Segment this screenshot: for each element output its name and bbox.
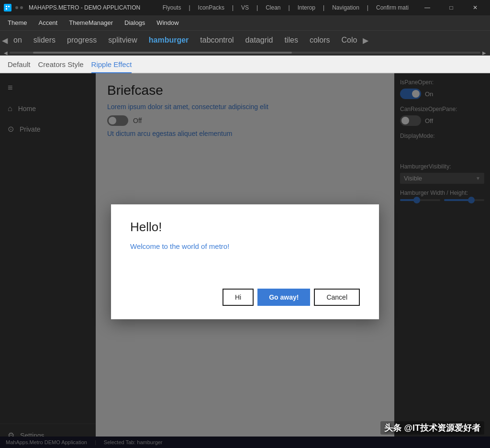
window-controls: — □ ✕: [416, 0, 486, 15]
tab-splitview[interactable]: splitview: [108, 36, 137, 45]
svg-rect-0: [5, 5, 11, 11]
dialog: Hello! Welcome to the world of metro! Hi…: [111, 204, 379, 319]
menu-dialogs[interactable]: Dialogs: [122, 18, 147, 27]
nav-clean[interactable]: Clean: [266, 4, 280, 11]
nav-vs[interactable]: VS: [241, 4, 249, 11]
nav-separator5: |: [323, 4, 324, 11]
nav-separator2: |: [232, 4, 234, 11]
scroll-right-arrow[interactable]: ▶: [361, 36, 370, 45]
go-away-button[interactable]: Go away!: [257, 289, 310, 306]
tab-on[interactable]: on: [13, 36, 22, 45]
watermark: 头条 @IT技术资源爱好者: [380, 421, 484, 435]
h-scroll-track[interactable]: [10, 52, 480, 54]
main-wrapper: ≡ ⌂ Home ⊙ Private ⚙ Settings Briefcase …: [0, 73, 490, 448]
svg-rect-1: [6, 6, 7, 7]
scroll-tabs-inner: on sliders progress splitview hamburger …: [10, 36, 361, 45]
nav-separator1: |: [189, 4, 190, 11]
menu-thememanager[interactable]: ThemeManager: [67, 18, 115, 27]
dialog-overlay[interactable]: Hello! Welcome to the world of metro! Hi…: [0, 73, 490, 448]
nav-separator3: |: [256, 4, 258, 11]
dialog-message: Welcome to the world of metro!: [130, 242, 360, 269]
title-nav: Flyouts | IconPacks | VS | Clean | Inter…: [163, 4, 409, 11]
window-title: MAHAPPS.METRO - DEMO APPLICATION: [29, 4, 159, 11]
horizontal-scroll-area: ◀ on sliders progress splitview hamburge…: [0, 31, 490, 56]
tab-colo[interactable]: Colo: [342, 36, 357, 45]
tab-tabcontrol[interactable]: tabcontrol: [200, 36, 234, 45]
tab-datagrid[interactable]: datagrid: [245, 36, 273, 45]
menu-bar: Theme Accent ThemeManager Dialogs Window: [0, 15, 490, 31]
tab-colors[interactable]: colors: [310, 36, 330, 45]
scroll-left-arrow[interactable]: ◀: [0, 36, 10, 45]
title-bar: MAHAPPS.METRO - DEMO APPLICATION Flyouts…: [0, 0, 490, 15]
cancel-button[interactable]: Cancel: [314, 289, 360, 306]
scrollbar-row: ◀ ▶: [0, 50, 490, 56]
hi-button[interactable]: Hi: [223, 289, 254, 306]
h-scroll-left[interactable]: ◀: [4, 50, 8, 56]
app-logo: [4, 4, 11, 11]
menu-window[interactable]: Window: [155, 18, 180, 27]
scroll-tabs: ◀ on sliders progress splitview hamburge…: [0, 31, 490, 50]
nav-flyouts[interactable]: Flyouts: [163, 4, 181, 11]
tab-tiles[interactable]: tiles: [284, 36, 298, 45]
tab-progress[interactable]: progress: [67, 36, 97, 45]
dialog-title: Hello!: [130, 220, 360, 235]
style-tabs: Default Creators Style Ripple Effect: [0, 56, 490, 73]
h-scroll-right[interactable]: ▶: [482, 50, 486, 56]
h-scroll-thumb: [33, 52, 292, 54]
svg-rect-3: [6, 8, 7, 10]
tab-sliders[interactable]: sliders: [33, 36, 56, 45]
nav-navigation[interactable]: Navigation: [332, 4, 359, 11]
tab-hamburger[interactable]: hamburger: [149, 36, 189, 45]
close-button[interactable]: ✕: [464, 0, 486, 15]
nav-separator4: |: [289, 4, 290, 11]
nav-interop[interactable]: Interop: [298, 4, 315, 11]
minimize-button[interactable]: —: [416, 0, 438, 15]
style-tab-default[interactable]: Default: [8, 60, 31, 72]
menu-accent[interactable]: Accent: [36, 18, 59, 27]
window-dots: [15, 6, 23, 9]
maximize-button[interactable]: □: [440, 0, 462, 15]
svg-rect-2: [8, 6, 10, 7]
nav-separator6: |: [367, 4, 368, 11]
nav-iconpacks[interactable]: IconPacks: [198, 4, 224, 11]
nav-confirm[interactable]: Confirm mati: [376, 4, 409, 11]
menu-theme[interactable]: Theme: [6, 18, 29, 27]
style-tab-ripple[interactable]: Ripple Effect: [91, 60, 132, 73]
dialog-buttons: Hi Go away! Cancel: [130, 289, 360, 306]
style-tab-creators[interactable]: Creators Style: [38, 60, 84, 72]
